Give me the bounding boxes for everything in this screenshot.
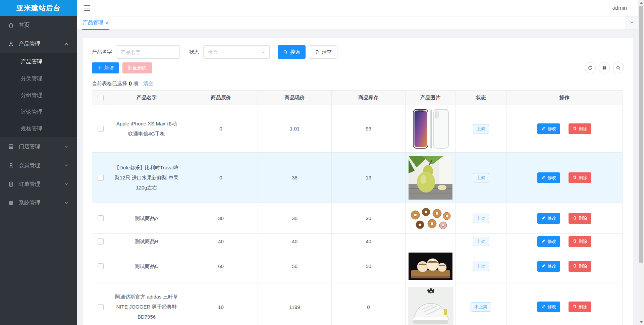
- scrollbar-thumb[interactable]: [639, 6, 643, 263]
- columns-button[interactable]: [599, 62, 610, 73]
- delete-button[interactable]: 删除: [569, 172, 591, 183]
- row-checkbox[interactable]: [98, 215, 104, 221]
- row-checkbox[interactable]: [98, 304, 104, 310]
- column-header: 产品图片: [406, 91, 455, 105]
- product-original-price: 60: [184, 249, 258, 283]
- product-name: 阿迪达斯官方 adidas 三叶草 NITE JOGGER 男子经典鞋BD795…: [109, 283, 184, 325]
- vertical-scrollbar[interactable]: [638, 0, 644, 325]
- submenu-item-category-management[interactable]: 分类管理: [0, 70, 77, 87]
- magnifier-icon: [616, 65, 621, 70]
- tab-list-dropdown-button[interactable]: [625, 16, 638, 30]
- product-price: 1199: [258, 283, 332, 325]
- sidebar-item-label: 订单管理: [19, 181, 40, 188]
- pencil-icon: [541, 239, 547, 244]
- delete-button[interactable]: 删除: [569, 123, 591, 134]
- sidebar-item-product-management[interactable]: 产品管理: [0, 35, 77, 53]
- edit-button[interactable]: 修改: [537, 261, 560, 272]
- add-button[interactable]: 新增: [92, 62, 119, 73]
- edit-button[interactable]: 修改: [537, 302, 560, 312]
- sidebar-item-store-management[interactable]: 门店管理: [0, 137, 77, 156]
- member-icon: [8, 162, 14, 168]
- delete-button[interactable]: 删除: [569, 236, 591, 247]
- product-original-price: 40: [184, 234, 258, 249]
- scroll-up-arrow[interactable]: [638, 0, 644, 6]
- sidebar-item-member-management[interactable]: 会员管理: [0, 156, 77, 175]
- sidebar: 亚米建站后台 首页产品管理产品管理分类管理分组管理评论管理规格管理门店管理会员管…: [0, 0, 77, 325]
- pencil-icon: [541, 264, 547, 269]
- edit-button[interactable]: 修改: [537, 172, 560, 183]
- sidebar-item-order-management[interactable]: 订单管理: [0, 175, 77, 194]
- content-area: 产品名字 状态 状态 搜索 清空: [77, 30, 638, 325]
- home-icon: [8, 22, 14, 28]
- status-select[interactable]: 状态: [203, 45, 270, 59]
- hamburger-menu-icon[interactable]: [84, 5, 91, 11]
- product-original-price: 0: [184, 105, 258, 153]
- status-badge[interactable]: 上架: [473, 124, 489, 133]
- search-button[interactable]: 搜索: [278, 45, 306, 59]
- table-header-row: 产品名字商品原价商品现价商品库存产品图片状态操作: [92, 91, 623, 105]
- sidebar-item-system-management[interactable]: 系统管理: [0, 194, 77, 212]
- product-name-label: 产品名字: [92, 49, 112, 55]
- status-badge[interactable]: 未上架: [471, 302, 491, 312]
- filter-form: 产品名字 状态 状态 搜索 清空: [92, 45, 624, 59]
- edit-button[interactable]: 修改: [537, 213, 560, 224]
- user-icon: [8, 41, 14, 47]
- row-checkbox[interactable]: [98, 238, 104, 245]
- chevron-down-icon: [64, 145, 68, 149]
- table-row: 测试商品B404040上架 修改 删除: [92, 234, 623, 249]
- app-logo: 亚米建站后台: [0, 0, 77, 16]
- product-price: 40: [258, 234, 332, 249]
- main-area: admin 产品管理 × 产品名字 状态 状态 搜索: [77, 0, 638, 325]
- sidebar-item-label: 系统管理: [19, 200, 40, 207]
- product-stock: 30: [332, 203, 406, 234]
- delete-button[interactable]: 删除: [569, 261, 591, 272]
- selection-clear-link[interactable]: 清空: [143, 80, 153, 87]
- trash-icon: [315, 50, 320, 55]
- submenu-item-product-list[interactable]: 产品管理: [0, 53, 77, 70]
- row-checkbox[interactable]: [98, 126, 104, 132]
- table-row: 【Dole都乐】比利时Truval啤梨12只 进口水果新鲜梨 单果120g左右0…: [92, 153, 623, 203]
- submenu-item-spec-management[interactable]: 规格管理: [0, 120, 77, 137]
- tab-close-icon[interactable]: ×: [106, 20, 109, 25]
- edit-button[interactable]: 修改: [537, 123, 560, 134]
- chevron-down-icon: [64, 182, 68, 186]
- submenu-item-group-management[interactable]: 分组管理: [0, 87, 77, 104]
- row-checkbox[interactable]: [98, 175, 104, 181]
- status-select-placeholder: 状态: [208, 49, 218, 55]
- chevron-down-icon: [630, 20, 634, 26]
- submenu-item-comment-management[interactable]: 评论管理: [0, 104, 77, 120]
- tab-product-management[interactable]: 产品管理 ×: [82, 16, 109, 30]
- product-name-input[interactable]: [116, 45, 180, 59]
- trash-icon: [573, 239, 579, 244]
- delete-button[interactable]: 删除: [569, 213, 591, 224]
- row-checkbox[interactable]: [98, 263, 104, 269]
- content-card: 产品名字 状态 状态 搜索 清空: [83, 38, 633, 325]
- product-price: 1.01: [258, 105, 332, 153]
- selection-prefix: 当前表格已选择: [92, 80, 127, 87]
- edit-button[interactable]: 修改: [537, 236, 560, 247]
- table-row: 测试商品A303030 上架 修改 删除: [92, 203, 623, 234]
- status-badge[interactable]: 上架: [473, 173, 489, 182]
- status-badge[interactable]: 上架: [473, 214, 489, 223]
- status-badge[interactable]: 上架: [473, 237, 489, 246]
- product-image-cell: [406, 249, 455, 283]
- refresh-button[interactable]: [585, 62, 596, 73]
- status-badge[interactable]: 上架: [473, 262, 489, 271]
- sidebar-item-home[interactable]: 首页: [0, 16, 77, 35]
- product-price: 38: [258, 153, 332, 203]
- scroll-down-arrow[interactable]: [638, 319, 644, 325]
- select-all-checkbox[interactable]: [98, 95, 104, 101]
- selection-suffix: 项: [133, 80, 139, 87]
- selection-info: 当前表格已选择 0 项 清空: [92, 80, 624, 87]
- table-setting-icons: [582, 62, 624, 73]
- search-icon: [283, 50, 288, 55]
- user-menu[interactable]: admin: [612, 5, 627, 11]
- product-original-price: 30: [184, 203, 258, 234]
- column-header: 商品现价: [258, 91, 332, 105]
- product-image: [408, 287, 453, 325]
- product-stock: 0: [332, 283, 406, 325]
- clear-button[interactable]: 清空: [309, 45, 337, 59]
- delete-button[interactable]: 删除: [569, 302, 591, 312]
- sidebar-item-label: 首页: [19, 22, 30, 29]
- table-search-button[interactable]: [613, 62, 624, 73]
